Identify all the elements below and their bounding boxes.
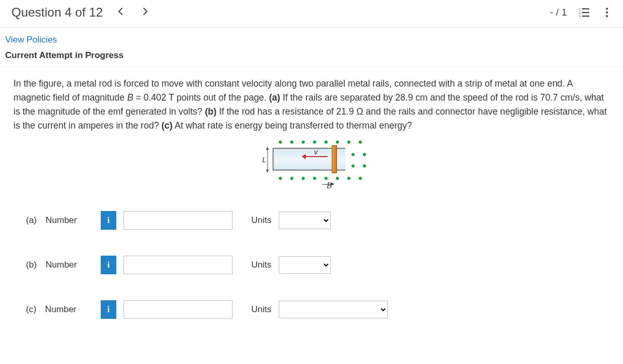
svg-point-6 xyxy=(606,8,608,10)
figure-inner: L v B xyxy=(252,136,371,188)
rod xyxy=(332,145,337,173)
units-label-a: Units xyxy=(251,215,272,226)
problem-text: In the figure, a metal rod is forced to … xyxy=(13,77,610,133)
answer-row-c: (c) Number i Units xyxy=(26,300,597,319)
header-right: - / 1 1 2 3 xyxy=(550,7,613,18)
part-a-units-select[interactable] xyxy=(279,212,331,229)
score-display: - / 1 xyxy=(550,7,567,18)
v-arrow xyxy=(305,156,328,157)
svg-text:1: 1 xyxy=(579,8,581,11)
question-header: Question 4 of 12 - / 1 1 2 3 xyxy=(0,0,623,27)
figure: L v B xyxy=(13,133,610,190)
part-c-units-select[interactable] xyxy=(279,301,388,318)
B-label: B xyxy=(327,181,332,190)
part-c-text: At what rate is energy being transferred… xyxy=(172,120,412,131)
question-list-icon[interactable]: 1 2 3 xyxy=(578,7,590,18)
part-a-number-input[interactable] xyxy=(124,211,233,230)
attempt-status: Current Attempt in Progress xyxy=(0,48,623,67)
answer-row-b: (b) Number i Units xyxy=(26,256,597,274)
svg-rect-1 xyxy=(582,8,589,9)
part-b-number-input[interactable] xyxy=(124,256,233,274)
question-title: Question 4 of 12 xyxy=(11,5,103,20)
part-c-number-input[interactable] xyxy=(124,300,233,319)
header-left: Question 4 of 12 xyxy=(11,5,151,20)
content: In the figure, a metal rod is forced to … xyxy=(0,67,623,334)
next-question-button[interactable] xyxy=(140,7,151,18)
policies-row: View Policies xyxy=(0,27,623,48)
svg-rect-5 xyxy=(582,16,589,17)
part-a-bold: (a) xyxy=(269,92,280,103)
info-icon[interactable]: i xyxy=(101,300,116,319)
part-a-label: (a) Number xyxy=(26,215,93,226)
svg-point-7 xyxy=(606,11,608,13)
info-icon[interactable]: i xyxy=(101,211,116,230)
L-label: L xyxy=(262,155,266,164)
B-value: = 0.402 T points out of the page. xyxy=(133,92,269,103)
svg-point-8 xyxy=(606,15,608,17)
nav-arrows xyxy=(115,7,151,18)
B-symbol: B xyxy=(127,92,133,103)
svg-text:2: 2 xyxy=(579,11,581,15)
part-b-units-select[interactable] xyxy=(279,256,331,274)
svg-text:3: 3 xyxy=(579,15,581,17)
prev-question-button[interactable] xyxy=(115,7,126,18)
view-policies-link[interactable]: View Policies xyxy=(5,35,57,45)
L-dimension-arrow xyxy=(267,149,268,171)
info-icon[interactable]: i xyxy=(101,256,116,274)
units-label-c: Units xyxy=(251,304,272,315)
answer-row-a: (a) Number i Units xyxy=(26,211,597,230)
svg-rect-3 xyxy=(582,12,589,13)
part-c-bold: (c) xyxy=(161,120,172,131)
more-options-icon[interactable] xyxy=(601,7,613,18)
answers-section: (a) Number i Units (b) Number i Units (c… xyxy=(13,190,610,329)
part-c-label: (c) Number xyxy=(26,304,93,315)
v-label: v xyxy=(314,148,318,156)
part-b-bold: (b) xyxy=(205,106,216,117)
units-label-b: Units xyxy=(251,260,272,270)
part-b-label: (b) Number xyxy=(26,260,93,270)
